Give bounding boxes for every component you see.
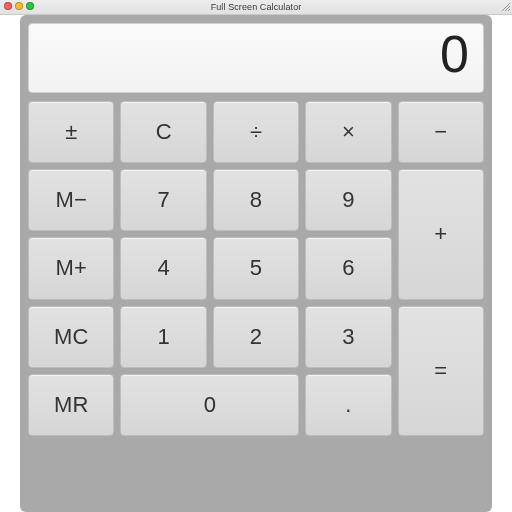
resize-grip-icon[interactable] xyxy=(502,3,510,11)
four-button[interactable]: 4 xyxy=(120,237,206,299)
titlebar: Full Screen Calculator xyxy=(0,0,512,15)
close-icon[interactable] xyxy=(4,2,12,10)
memory-recall-button[interactable]: MR xyxy=(28,374,114,436)
memory-plus-button[interactable]: M+ xyxy=(28,237,114,299)
five-button[interactable]: 5 xyxy=(213,237,299,299)
multiply-button[interactable]: × xyxy=(305,101,391,163)
calculator-body: 0 ± C ÷ × − M− 7 8 9 + M+ 4 5 6 MC 1 2 3… xyxy=(20,15,492,512)
two-button[interactable]: 2 xyxy=(213,306,299,368)
memory-clear-button[interactable]: MC xyxy=(28,306,114,368)
window-controls xyxy=(4,2,34,10)
six-button[interactable]: 6 xyxy=(305,237,391,299)
window-title: Full Screen Calculator xyxy=(211,2,302,12)
zoom-icon[interactable] xyxy=(26,2,34,10)
seven-button[interactable]: 7 xyxy=(120,169,206,231)
display-value: 0 xyxy=(440,28,469,80)
keypad: ± C ÷ × − M− 7 8 9 + M+ 4 5 6 MC 1 2 3 =… xyxy=(28,101,484,504)
minus-button[interactable]: − xyxy=(398,101,484,163)
eight-button[interactable]: 8 xyxy=(213,169,299,231)
nine-button[interactable]: 9 xyxy=(305,169,391,231)
one-button[interactable]: 1 xyxy=(120,306,206,368)
memory-minus-button[interactable]: M− xyxy=(28,169,114,231)
clear-button[interactable]: C xyxy=(120,101,206,163)
plus-button[interactable]: + xyxy=(398,169,484,299)
display: 0 xyxy=(28,23,484,93)
three-button[interactable]: 3 xyxy=(305,306,391,368)
calculator-window: Full Screen Calculator 0 ± C ÷ × − M− 7 … xyxy=(0,0,512,512)
decimal-button[interactable]: . xyxy=(305,374,391,436)
zero-button[interactable]: 0 xyxy=(120,374,299,436)
svg-line-2 xyxy=(508,9,510,11)
minimize-icon[interactable] xyxy=(15,2,23,10)
plus-minus-button[interactable]: ± xyxy=(28,101,114,163)
divide-button[interactable]: ÷ xyxy=(213,101,299,163)
equals-button[interactable]: = xyxy=(398,306,484,436)
